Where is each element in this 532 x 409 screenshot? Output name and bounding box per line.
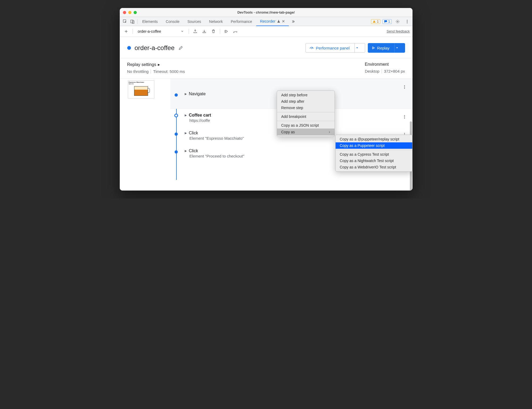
titlebar: DevTools - chrome://new-tab-page/ [120, 8, 413, 17]
menu-add-step-after[interactable]: Add step after [277, 98, 335, 105]
expand-arrow-icon[interactable]: ▸ [185, 148, 187, 153]
timeout-value[interactable]: Timeout: 5000 ms [153, 69, 185, 74]
replay-button[interactable]: Replay [368, 43, 405, 53]
tabstrip-right: 1 1 [371, 18, 411, 25]
svg-point-4 [407, 20, 407, 20]
throttling-value[interactable]: No throttling [127, 69, 149, 74]
menu-add-step-before[interactable]: Add step before [277, 92, 335, 98]
tab-console[interactable]: Console [162, 17, 183, 26]
svg-point-8 [311, 48, 312, 49]
continue-icon[interactable] [223, 28, 230, 35]
svg-point-10 [404, 86, 405, 87]
menu-add-breakpoint[interactable]: Add breakpoint [277, 113, 335, 120]
export-icon[interactable] [192, 28, 199, 35]
environment-values: Desktop 372×804 px [365, 69, 405, 73]
step-context-menu: Add step before Add step after Remove st… [277, 90, 335, 137]
window-title: DevTools - chrome://new-tab-page/ [120, 10, 413, 14]
step-menu-icon[interactable] [401, 84, 408, 90]
gauge-icon [310, 46, 314, 50]
environment-group: Environment Desktop 372×804 px [365, 62, 405, 74]
divider [189, 29, 189, 34]
performance-panel-dropdown[interactable] [353, 47, 361, 49]
step-icon[interactable] [232, 28, 239, 35]
header-right: Performance panel Replay [306, 43, 405, 53]
svg-point-11 [404, 88, 405, 89]
new-recording-icon[interactable] [122, 28, 130, 35]
replay-dropdown[interactable] [393, 47, 401, 49]
menu-copy-nightwatch[interactable]: Copy as a Nightwatch Test script [336, 158, 412, 164]
traffic-lights [123, 11, 137, 14]
issues-badge[interactable]: 1 [382, 19, 392, 24]
step-label: Click [189, 148, 198, 153]
edit-title-icon[interactable] [178, 46, 183, 50]
settings-strip: Replay settings ▸ No throttling Timeout:… [120, 58, 413, 79]
expand-arrow-icon[interactable]: ▸ [185, 113, 187, 118]
inspect-element-icon[interactable] [121, 18, 129, 25]
step-node [174, 114, 178, 117]
tab-elements[interactable]: Elements [139, 17, 162, 26]
menu-divider [277, 121, 335, 121]
tabstrip: Elements Console Sources Network Perform… [120, 17, 413, 26]
replay-settings-values: No throttling Timeout: 5000 ms [127, 69, 185, 74]
tab-network[interactable]: Network [205, 17, 226, 26]
replay-label: Replay [377, 46, 390, 50]
more-menu-icon[interactable] [403, 18, 411, 25]
divider [137, 19, 138, 24]
menu-copy-puppeteer-replay[interactable]: Copy as a @puppeteer/replay script [336, 136, 412, 142]
send-feedback-link[interactable]: Send feedback [387, 29, 410, 33]
thumbnail-column: Espresso Macchiato $12.00 [120, 79, 170, 191]
recording-dot-icon [127, 46, 131, 50]
svg-point-5 [407, 21, 407, 22]
device-toolbar-icon[interactable] [129, 18, 136, 25]
divider [220, 29, 220, 34]
recording-selector-label: order-a-coffee [138, 29, 161, 34]
play-icon [372, 46, 375, 49]
minimize-window-button[interactable] [128, 11, 131, 14]
maximize-window-button[interactable] [134, 11, 137, 14]
menu-copy-webdriverio[interactable]: Copy as a WebdriverIO Test script [336, 164, 412, 170]
tab-recorder-label: Recorder [260, 19, 275, 23]
menu-copy-puppeteer[interactable]: Copy as a Puppeteer script [336, 142, 412, 149]
timeline-body: Espresso Macchiato $12.00 ▸ Navigate [120, 79, 413, 191]
expand-arrow-icon[interactable]: ▸ [185, 91, 187, 96]
tab-sources[interactable]: Sources [184, 17, 205, 26]
more-tabs-icon[interactable] [289, 18, 297, 25]
performance-panel-button[interactable]: Performance panel [306, 43, 365, 53]
close-window-button[interactable] [123, 11, 126, 14]
menu-copy-json[interactable]: Copy as a JSON script [277, 122, 335, 129]
step-thumbnail: Espresso Macchiato $12.00 [128, 80, 154, 98]
dimensions-value: 372×804 px [384, 69, 405, 73]
chevron-right-icon: ▸ [158, 62, 160, 67]
tab-performance[interactable]: Performance [227, 17, 256, 26]
warnings-badge[interactable]: 1 [371, 19, 380, 24]
step-label: Click [189, 131, 198, 135]
replay-settings-heading[interactable]: Replay settings ▸ [127, 62, 185, 67]
menu-remove-step[interactable]: Remove step [277, 105, 335, 111]
svg-point-13 [404, 116, 405, 117]
panel-tabs: Elements Console Sources Network Perform… [139, 17, 371, 26]
cup-icon [134, 86, 148, 96]
close-tab-icon[interactable]: ✕ [282, 19, 285, 23]
tab-recorder[interactable]: Recorder ✕ [256, 17, 289, 26]
step-label: Coffee cart [189, 113, 211, 118]
menu-divider [336, 150, 412, 150]
step-node [175, 93, 178, 97]
recording-selector[interactable]: order-a-coffee [135, 28, 186, 35]
menu-copy-as[interactable]: Copy as [277, 129, 335, 135]
svg-point-12 [404, 115, 405, 116]
environment-heading: Environment [365, 62, 405, 67]
svg-rect-1 [131, 20, 133, 23]
menu-divider [277, 112, 335, 112]
svg-point-3 [397, 21, 398, 22]
recorder-toolbar: order-a-coffee Send feedback [120, 26, 413, 37]
delete-icon[interactable] [210, 28, 217, 35]
step-menu-icon[interactable] [401, 114, 408, 120]
menu-copy-cypress[interactable]: Copy as a Cypress Test script [336, 151, 412, 158]
chevron-down-icon [181, 30, 184, 33]
svg-point-15 [404, 133, 405, 134]
expand-arrow-icon[interactable]: ▸ [185, 130, 187, 135]
copy-as-submenu: Copy as a @puppeteer/replay script Copy … [335, 135, 413, 172]
message-icon [384, 20, 387, 23]
settings-gear-icon[interactable] [394, 18, 401, 25]
import-icon[interactable] [201, 28, 208, 35]
